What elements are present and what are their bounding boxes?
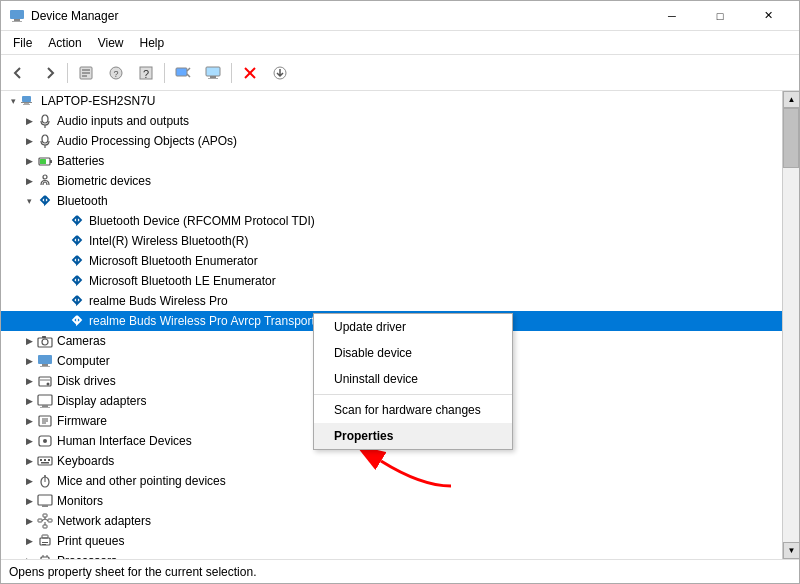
toolbar-sep-2 bbox=[164, 63, 165, 83]
bt-rfcomm-label: Bluetooth Device (RFCOMM Protocol TDI) bbox=[89, 214, 315, 228]
svg-rect-16 bbox=[208, 78, 218, 79]
tree-item-bt-buds[interactable]: ▶ realme Buds Wireless Pro bbox=[1, 291, 782, 311]
tree-item-bluetooth[interactable]: ▾ Bluetooth bbox=[1, 191, 782, 211]
mice-icon bbox=[37, 473, 53, 489]
svg-rect-11 bbox=[176, 68, 187, 76]
tree-item-bt-wireless[interactable]: ▶ Intel(R) Wireless Bluetooth(R) bbox=[1, 231, 782, 251]
tree-item-monitors[interactable]: ▶ Monitors bbox=[1, 491, 782, 511]
svg-point-31 bbox=[43, 175, 47, 179]
expand-audio-processing[interactable]: ▶ bbox=[21, 133, 37, 149]
svg-rect-59 bbox=[42, 505, 48, 507]
bt-buds-icon bbox=[69, 293, 85, 309]
tree-item-audio-processing[interactable]: ▶ Audio Processing Objects (APOs) bbox=[1, 131, 782, 151]
expand-print[interactable]: ▶ bbox=[21, 533, 37, 549]
scroll-down-button[interactable]: ▼ bbox=[783, 542, 799, 559]
title-icon bbox=[9, 8, 25, 24]
expand-cameras[interactable]: ▶ bbox=[21, 333, 37, 349]
svg-rect-72 bbox=[41, 557, 49, 559]
svg-rect-20 bbox=[22, 96, 31, 102]
close-button[interactable]: ✕ bbox=[745, 1, 791, 31]
ctx-properties[interactable]: Properties bbox=[314, 423, 512, 449]
menu-view[interactable]: View bbox=[90, 34, 132, 52]
svg-rect-51 bbox=[40, 459, 42, 461]
tree-item-mice[interactable]: ▶ Mice and other pointing devices bbox=[1, 471, 782, 491]
ctx-update-driver[interactable]: Update driver bbox=[314, 314, 512, 340]
menu-action[interactable]: Action bbox=[40, 34, 89, 52]
audio-inputs-icon bbox=[37, 113, 53, 129]
ctx-uninstall-device[interactable]: Uninstall device bbox=[314, 366, 512, 392]
tree-item-audio-inputs[interactable]: ▶ Audio inputs and outputs bbox=[1, 111, 782, 131]
expand-disk[interactable]: ▶ bbox=[21, 373, 37, 389]
toolbar-forward[interactable] bbox=[35, 59, 63, 87]
tree-item-keyboards[interactable]: ▶ Keyboards bbox=[1, 451, 782, 471]
svg-rect-52 bbox=[44, 459, 46, 461]
monitors-icon bbox=[37, 493, 53, 509]
ctx-disable-device[interactable]: Disable device bbox=[314, 340, 512, 366]
scroll-up-button[interactable]: ▲ bbox=[783, 91, 799, 108]
bt-le-icon bbox=[69, 273, 85, 289]
expand-monitors[interactable]: ▶ bbox=[21, 493, 37, 509]
expand-bluetooth[interactable]: ▾ bbox=[21, 193, 37, 209]
expand-keyboards[interactable]: ▶ bbox=[21, 453, 37, 469]
expand-mice[interactable]: ▶ bbox=[21, 473, 37, 489]
batteries-icon bbox=[37, 153, 53, 169]
toolbar-scan[interactable] bbox=[169, 59, 197, 87]
biometric-label: Biometric devices bbox=[57, 174, 151, 188]
title-text: Device Manager bbox=[31, 9, 118, 23]
expand-processors[interactable]: ▶ bbox=[21, 553, 37, 559]
expand-biometric[interactable]: ▶ bbox=[21, 173, 37, 189]
tree-root[interactable]: ▾ LAPTOP-ESH2SN7U bbox=[1, 91, 782, 111]
svg-rect-68 bbox=[40, 538, 50, 545]
toolbar-update-driver[interactable]: ? bbox=[102, 59, 130, 87]
svg-rect-29 bbox=[50, 160, 52, 163]
ctx-scan-hardware[interactable]: Scan for hardware changes bbox=[314, 397, 512, 423]
tree-item-bt-le[interactable]: ▶ Microsoft Bluetooth LE Enumerator bbox=[1, 271, 782, 291]
disk-label: Disk drives bbox=[57, 374, 116, 388]
maximize-button[interactable]: □ bbox=[697, 1, 743, 31]
print-label: Print queues bbox=[57, 534, 124, 548]
tree-item-bt-enum[interactable]: ▶ Microsoft Bluetooth Enumerator bbox=[1, 251, 782, 271]
tree-item-network[interactable]: ▶ Network adapters bbox=[1, 511, 782, 531]
expand-display[interactable]: ▶ bbox=[21, 393, 37, 409]
tree-item-biometric[interactable]: ▶ Biometric devices bbox=[1, 171, 782, 191]
tree-item-batteries[interactable]: ▶ Batteries bbox=[1, 151, 782, 171]
toolbar-properties[interactable] bbox=[72, 59, 100, 87]
toolbar-monitor[interactable] bbox=[199, 59, 227, 87]
scroll-thumb[interactable] bbox=[783, 108, 799, 168]
hid-label: Human Interface Devices bbox=[57, 434, 192, 448]
expand-firmware[interactable]: ▶ bbox=[21, 413, 37, 429]
scrollbar[interactable]: ▲ ▼ bbox=[782, 91, 799, 559]
toolbar-remove[interactable] bbox=[236, 59, 264, 87]
svg-line-12 bbox=[187, 68, 190, 71]
tree-item-print[interactable]: ▶ Print queues bbox=[1, 531, 782, 551]
root-expand[interactable]: ▾ bbox=[5, 93, 21, 109]
toolbar-download[interactable] bbox=[266, 59, 294, 87]
svg-text:?: ? bbox=[143, 68, 149, 80]
tree-item-bt-rfcomm[interactable]: ▶ Bluetooth Device (RFCOMM Protocol TDI) bbox=[1, 211, 782, 231]
biometric-icon bbox=[37, 173, 53, 189]
print-icon bbox=[37, 533, 53, 549]
svg-rect-63 bbox=[43, 525, 47, 528]
svg-point-26 bbox=[42, 135, 48, 143]
svg-rect-41 bbox=[38, 395, 52, 405]
expand-computer[interactable]: ▶ bbox=[21, 353, 37, 369]
expand-batteries[interactable]: ▶ bbox=[21, 153, 37, 169]
disk-icon bbox=[37, 373, 53, 389]
expand-hid[interactable]: ▶ bbox=[21, 433, 37, 449]
tree-area[interactable]: ▾ LAPTOP-ESH2SN7U ▶ bbox=[1, 91, 782, 559]
toolbar-help[interactable]: ? bbox=[132, 59, 160, 87]
svg-point-33 bbox=[42, 339, 48, 345]
toolbar-back[interactable] bbox=[5, 59, 33, 87]
expand-audio-inputs[interactable]: ▶ bbox=[21, 113, 37, 129]
svg-rect-70 bbox=[42, 542, 48, 543]
computer-label: Computer bbox=[57, 354, 110, 368]
menu-file[interactable]: File bbox=[5, 34, 40, 52]
minimize-button[interactable]: ─ bbox=[649, 1, 695, 31]
tree-item-processors[interactable]: ▶ Processors bbox=[1, 551, 782, 559]
expand-network[interactable]: ▶ bbox=[21, 513, 37, 529]
svg-text:?: ? bbox=[113, 69, 118, 79]
root-icon bbox=[21, 93, 37, 109]
svg-rect-36 bbox=[42, 364, 48, 366]
menu-help[interactable]: Help bbox=[132, 34, 173, 52]
scroll-track[interactable] bbox=[783, 108, 799, 542]
